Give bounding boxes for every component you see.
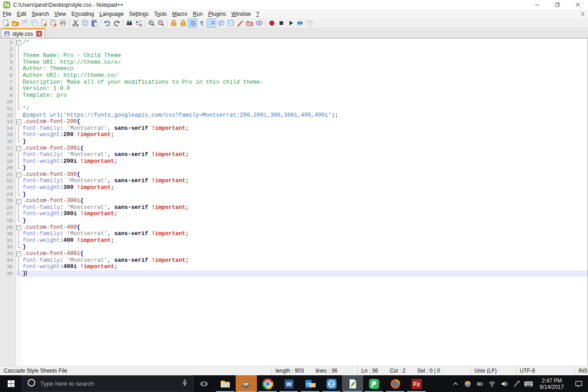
zoom-in-button[interactable]	[147, 19, 156, 28]
fold-margin	[15, 217, 22, 224]
taskbar-app-filezilla[interactable]: Fz	[406, 375, 427, 392]
menu-window[interactable]: Window	[229, 10, 254, 18]
toolbar: AB¶F	[0, 18, 588, 28]
search-placeholder: Type here to search	[40, 380, 177, 387]
minimize-button[interactable]	[527, 0, 547, 9]
menu-help[interactable]: ?	[253, 10, 262, 18]
start-button[interactable]	[0, 375, 22, 392]
restore-button[interactable]	[547, 0, 568, 9]
search-box[interactable]: Type here to search	[22, 375, 194, 392]
taskbar-app-internet-explorer[interactable]	[321, 375, 342, 392]
status-length-lines: length : 903lines : 36	[271, 366, 357, 375]
close-file-button[interactable]	[39, 19, 48, 28]
menu-file[interactable]: File	[0, 10, 14, 18]
stop-recording-button[interactable]	[276, 19, 286, 28]
document-list-button[interactable]	[235, 19, 245, 28]
menu-macro[interactable]: Macro	[170, 10, 190, 18]
fold-margin	[15, 66, 22, 72]
playback-macro-button[interactable]	[286, 19, 295, 28]
paste-button[interactable]	[90, 19, 99, 28]
menu-tools[interactable]: Tools	[152, 10, 170, 18]
line-number: 27	[0, 211, 15, 217]
menu-encoding[interactable]: Encoding	[69, 10, 97, 18]
action-center-button[interactable]	[569, 380, 588, 387]
menu-bar: FileEditSearchViewEncodingLanguageSettin…	[0, 10, 588, 18]
fold-marker-icon[interactable]	[15, 171, 22, 178]
copy-button[interactable]	[80, 19, 90, 28]
monitoring-button[interactable]	[254, 19, 264, 28]
menu-view[interactable]: View	[52, 10, 69, 18]
colored-app-icon[interactable]	[461, 375, 474, 392]
menu-edit[interactable]: Edit	[14, 10, 29, 18]
pen-icon[interactable]	[510, 375, 522, 392]
run-macro-multiple-times-button[interactable]	[295, 19, 305, 28]
sync-horizontal-scrolling-button[interactable]	[178, 19, 188, 28]
menubar-close-document-button[interactable]: X	[578, 11, 588, 17]
code-line-27: 27font-weight:300i !important;	[0, 211, 588, 217]
taskbar-app-firefox[interactable]	[384, 375, 406, 392]
close-all-button[interactable]	[48, 19, 58, 28]
taskbar-clock[interactable]: 2:47 PM 8/14/2017	[535, 378, 569, 390]
taskbar-app-file-explorer[interactable]	[214, 375, 236, 392]
print-button[interactable]	[58, 19, 67, 28]
close-button[interactable]	[568, 0, 588, 9]
cut-button[interactable]	[71, 19, 80, 28]
code-line-4: 4Theme URI: http://theme.co/x/	[0, 59, 588, 66]
tab-close-icon[interactable]	[36, 31, 42, 37]
record-macro-button[interactable]	[267, 19, 276, 28]
task-view-button[interactable]	[194, 375, 214, 392]
taskbar-app-evernote[interactable]	[363, 375, 384, 392]
taskbar-app-word[interactable]: W	[278, 375, 299, 392]
code-line-16: 16}	[0, 138, 588, 145]
menu-language[interactable]: Language	[97, 10, 126, 18]
line-number: 24	[0, 191, 15, 198]
line-number: 35	[0, 264, 15, 270]
indent-guide-button[interactable]: F	[207, 19, 216, 28]
code-editor[interactable]: 1/*23Theme Name: Pro - Child Theme4Theme…	[0, 38, 588, 366]
menu-run[interactable]: Run	[190, 10, 205, 18]
document-map-button[interactable]	[226, 19, 235, 28]
volume-icon[interactable]	[498, 375, 510, 392]
function-list-button[interactable]	[216, 19, 226, 28]
replace-button[interactable]: AB	[134, 19, 143, 28]
fold-marker-icon[interactable]	[15, 198, 22, 204]
fold-marker-icon[interactable]	[15, 118, 22, 125]
hidden-icons-chevron-icon[interactable]	[449, 375, 461, 392]
fold-marker-icon[interactable]	[15, 145, 22, 152]
open-file-button[interactable]	[10, 19, 20, 28]
battery-icon[interactable]	[474, 375, 486, 392]
fold-margin	[15, 132, 22, 138]
save-all-button[interactable]	[29, 19, 39, 28]
microphone-icon[interactable]	[181, 379, 189, 388]
new-file-button[interactable]	[1, 19, 10, 28]
menu-search[interactable]: Search	[29, 10, 52, 18]
fold-marker-icon[interactable]	[15, 224, 22, 231]
tab-style-css[interactable]: style.css	[1, 28, 45, 38]
taskbar-app-outlook[interactable]: O	[299, 375, 321, 392]
taskbar-app-chrome[interactable]	[257, 375, 278, 392]
fold-marker-icon[interactable]	[15, 39, 22, 46]
code-line-12: 12@import url('https://fonts.googleapis.…	[0, 112, 588, 119]
touch-keyboard-icon[interactable]	[522, 375, 535, 392]
line-number: 36	[0, 270, 15, 277]
save-button[interactable]	[20, 19, 29, 28]
fold-margin	[15, 85, 22, 92]
folder-as-workspace-button[interactable]	[245, 19, 254, 28]
show-all-characters-button[interactable]: ¶	[197, 19, 207, 28]
code-line-33: 33.custom-font-400i{	[0, 250, 588, 257]
fold-marker-icon[interactable]	[15, 250, 22, 257]
taskbar-app-gimp[interactable]	[236, 375, 257, 392]
save-recorded-macro-button[interactable]	[305, 19, 314, 28]
undo-button[interactable]	[102, 19, 112, 28]
redo-button[interactable]	[112, 19, 121, 28]
taskbar-app-notepad-plus-plus[interactable]	[342, 375, 363, 392]
sync-vertical-scrolling-button[interactable]	[169, 19, 178, 28]
wifi-icon[interactable]	[486, 375, 498, 392]
zoom-out-button[interactable]	[156, 19, 166, 28]
status-encoding: UTF-8	[516, 366, 574, 375]
code-line-5: 5Author: Themeco	[0, 66, 588, 72]
menu-plugins[interactable]: Plugins	[205, 10, 228, 18]
word-wrap-button[interactable]	[188, 19, 197, 28]
find-button[interactable]	[124, 19, 134, 28]
menu-settings[interactable]: Settings	[126, 10, 151, 18]
